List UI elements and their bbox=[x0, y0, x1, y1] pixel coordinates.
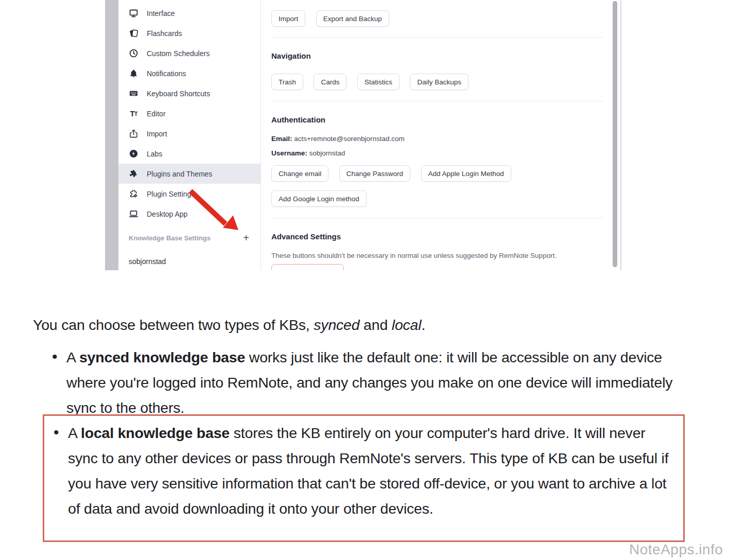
bell-icon bbox=[129, 68, 138, 78]
divider bbox=[271, 218, 603, 218]
intro-paragraph: You can choose between two types of KBs,… bbox=[33, 317, 425, 334]
trash-button[interactable]: Trash bbox=[271, 74, 303, 90]
bullet-text: A bbox=[68, 425, 81, 441]
list-item-text: A synced knowledge base works just like … bbox=[66, 345, 676, 421]
sidebar-item-label: Notifications bbox=[147, 69, 186, 78]
intro-italic-local: local bbox=[392, 317, 422, 333]
keyboard-icon bbox=[129, 89, 138, 98]
knowledge-base-item-sobjornstad[interactable]: sobjornstad bbox=[118, 254, 261, 269]
navigation-button-row: Trash Cards Statistics Daily Backups bbox=[271, 74, 603, 90]
kb-settings-label: Knowledge Base Settings bbox=[129, 234, 211, 242]
intro-text: You can choose between two types of KBs, bbox=[33, 317, 314, 333]
export-and-backup-button[interactable]: Export and Backup bbox=[316, 10, 389, 27]
list-item-local-kb: • A local knowledge base stores the KB e… bbox=[54, 421, 678, 521]
knowledge-base-settings-header: Knowledge Base Settings + bbox=[118, 230, 261, 246]
sidebar-item-editor[interactable]: TT Editor bbox=[118, 103, 261, 124]
auth-button-row: Change email Change Password Add Apple L… bbox=[271, 165, 603, 182]
sidebar-item-desktop-app[interactable]: Desktop App bbox=[118, 204, 261, 224]
list-item-text: A local knowledge base stores the KB ent… bbox=[68, 421, 678, 521]
text-editor-icon: TT bbox=[129, 109, 138, 118]
username-label: Username: bbox=[271, 149, 307, 157]
top-button-row: Import Export and Backup bbox=[271, 10, 603, 27]
advanced-button-row: Advanced Settings bbox=[271, 264, 603, 270]
sidebar-item-label: Editor bbox=[147, 110, 166, 118]
import-button[interactable]: Import bbox=[271, 10, 305, 27]
sidebar-item-label: Keyboard Shortcuts bbox=[147, 90, 210, 98]
sidebar-item-list: Interface Flashcards Custom Schedulers bbox=[118, 0, 261, 224]
vertical-scrollbar-thumb[interactable] bbox=[613, 1, 617, 267]
daily-backups-button[interactable]: Daily Backups bbox=[410, 74, 468, 90]
sidebar-item-import[interactable]: Import bbox=[118, 124, 261, 144]
list-item-synced-kb: • A synced knowledge base works just lik… bbox=[52, 345, 676, 421]
red-highlight-box: • A local knowledge base stores the KB e… bbox=[43, 414, 685, 542]
username-row: Username: sobjornstad bbox=[271, 148, 603, 158]
settings-content-panel: Import Export and Backup Navigation Tras… bbox=[271, 0, 603, 270]
change-password-button[interactable]: Change Password bbox=[339, 165, 410, 182]
email-value: acts+remnote@sorenbjornstad.com bbox=[294, 135, 404, 143]
sidebar-item-custom-schedulers[interactable]: Custom Schedulers bbox=[118, 43, 261, 63]
bullet-bold-text: local knowledge base bbox=[81, 425, 230, 441]
bullet-marker: • bbox=[54, 419, 59, 445]
sidebar-item-plugins-and-themes[interactable]: Plugins and Themes bbox=[118, 164, 261, 184]
add-knowledge-base-button[interactable]: + bbox=[243, 233, 249, 243]
puzzle-icon bbox=[129, 169, 138, 179]
intro-text: and bbox=[359, 317, 391, 333]
sidebar-item-label: Labs bbox=[147, 150, 162, 158]
sidebar-item-label: Import bbox=[147, 130, 167, 138]
remnote-settings-screenshot: Interface Flashcards Custom Schedulers bbox=[105, 0, 624, 270]
sidebar-item-keyboard-shortcuts[interactable]: Keyboard Shortcuts bbox=[118, 83, 261, 103]
cards-button[interactable]: Cards bbox=[314, 74, 346, 90]
puzzle-gear-icon bbox=[129, 189, 138, 199]
statistics-button[interactable]: Statistics bbox=[357, 74, 400, 90]
add-apple-login-button[interactable]: Add Apple Login Method bbox=[421, 165, 511, 182]
email-row: Email: acts+remnote@sorenbjornstad.com bbox=[271, 134, 603, 144]
clock-icon bbox=[129, 48, 138, 58]
bullet-marker: • bbox=[52, 344, 58, 369]
intro-text: . bbox=[421, 317, 425, 333]
navigation-section-title: Navigation bbox=[271, 51, 603, 61]
sidebar-item-label: Plugins and Themes bbox=[147, 170, 212, 178]
sidebar-item-plugin-settings[interactable]: Plugin Settings bbox=[118, 184, 261, 204]
intro-italic-synced: synced bbox=[314, 317, 359, 333]
sidebar-item-labs[interactable]: Labs bbox=[118, 144, 261, 164]
divider bbox=[271, 37, 603, 38]
flashcards-icon bbox=[129, 28, 138, 38]
noteapps-watermark: NoteApps.info bbox=[629, 541, 723, 558]
sidebar-item-label: Desktop App bbox=[147, 210, 187, 218]
email-label: Email: bbox=[271, 135, 292, 143]
username-value: sobjornstad bbox=[309, 149, 345, 157]
google-login-row: Add Google Login method bbox=[271, 190, 603, 207]
window-edge-line bbox=[620, 0, 621, 270]
laptop-icon bbox=[129, 209, 138, 219]
labs-bolt-icon bbox=[129, 149, 138, 159]
sidebar-item-interface[interactable]: Interface bbox=[118, 3, 261, 23]
sidebar-item-label: Interface bbox=[147, 9, 175, 18]
advanced-settings-button[interactable]: Advanced Settings bbox=[271, 264, 344, 270]
sidebar-item-label: Plugin Settings bbox=[147, 190, 195, 198]
bullet-text: A bbox=[66, 349, 79, 365]
add-google-login-button[interactable]: Add Google Login method bbox=[271, 190, 367, 207]
advanced-settings-description: These buttons shouldn't be necessary in … bbox=[271, 251, 603, 260]
change-email-button[interactable]: Change email bbox=[271, 165, 328, 182]
sidebar-item-flashcards[interactable]: Flashcards bbox=[118, 23, 261, 43]
authentication-section-title: Authentication bbox=[271, 115, 603, 125]
window-left-scrollbar[interactable] bbox=[105, 0, 118, 270]
sidebar-item-notifications[interactable]: Notifications bbox=[118, 63, 261, 83]
upload-share-icon bbox=[129, 129, 138, 138]
documentation-page: Interface Flashcards Custom Schedulers bbox=[0, 0, 729, 560]
monitor-icon bbox=[129, 8, 138, 18]
sidebar-item-label: Flashcards bbox=[147, 29, 182, 38]
advanced-settings-section-title: Advanced Settings bbox=[271, 232, 603, 242]
bullet-bold-text: synced knowledge base bbox=[79, 349, 245, 365]
sidebar-item-label: Custom Schedulers bbox=[147, 49, 210, 58]
divider bbox=[271, 101, 603, 101]
settings-sidebar: Interface Flashcards Custom Schedulers bbox=[118, 0, 261, 270]
